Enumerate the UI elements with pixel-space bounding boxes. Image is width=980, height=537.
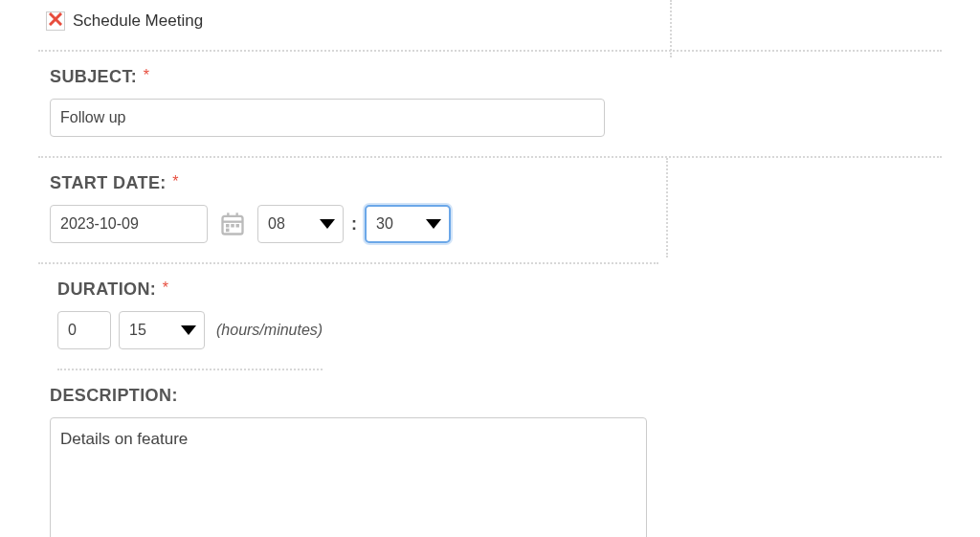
time-separator: : [351, 214, 357, 235]
minute-select[interactable]: 30 [365, 205, 451, 243]
close-icon [49, 12, 62, 30]
chevron-down-icon [181, 325, 196, 335]
svg-rect-6 [236, 224, 240, 228]
close-button[interactable] [46, 11, 65, 31]
page-title: Schedule Meeting [73, 11, 203, 31]
svg-rect-4 [226, 224, 230, 228]
calendar-icon[interactable] [219, 211, 246, 237]
vertical-divider [666, 158, 668, 257]
required-indicator: * [144, 67, 149, 83]
svg-rect-5 [231, 224, 234, 228]
chevron-down-icon [426, 219, 441, 229]
vertical-divider [670, 0, 672, 57]
duration-minutes-select[interactable]: 15 [119, 311, 205, 349]
description-textarea[interactable] [50, 417, 647, 537]
required-indicator: * [163, 280, 168, 296]
description-label: DESCRIPTION: [50, 386, 178, 406]
subject-input[interactable] [50, 99, 605, 137]
duration-unit-label: (hours/minutes) [216, 322, 323, 339]
svg-rect-7 [226, 229, 230, 233]
duration-hours-input[interactable] [57, 311, 111, 349]
duration-minutes-value: 15 [129, 322, 181, 339]
hour-select[interactable]: 08 [257, 205, 344, 243]
duration-label: DURATION: [57, 280, 156, 300]
minute-value: 30 [376, 215, 426, 233]
date-input[interactable] [50, 205, 208, 243]
hour-value: 08 [268, 215, 320, 233]
chevron-down-icon [320, 219, 335, 229]
subject-label: SUBJECT: [50, 67, 137, 87]
required-indicator: * [172, 173, 178, 190]
start-date-label: START DATE: [50, 173, 167, 193]
